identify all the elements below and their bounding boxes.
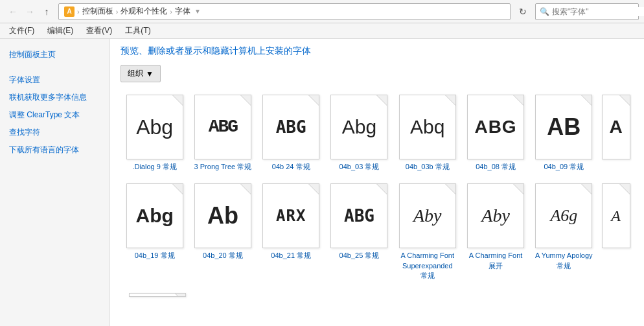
font-card-04b-partial: A [602, 95, 630, 159]
font-name-04b24: 04b 24 常规 [272, 162, 310, 172]
path-sep-3: › [170, 8, 172, 16]
font-card-04b19: Abg [126, 183, 183, 248]
font-preview-04b24: ABG [276, 119, 306, 135]
refresh-button[interactable]: ↻ [514, 3, 531, 20]
font-name-dialog9: .Dialog 9 常规 [132, 162, 176, 172]
font-card-3prongtree: ABG [194, 95, 251, 159]
font-card-04b03b: Abq [399, 95, 456, 159]
font-item-partial-2[interactable]: A [599, 180, 632, 284]
font-item-charming-expanded[interactable]: Aby A Charming Font 展开 [463, 180, 528, 284]
font-grid-row-2: Abg 04b_19 常规 Ab 04b_20 常规 ARX 04b_21 常规 [121, 179, 634, 285]
font-card-yummy-apology: A6g [535, 183, 592, 248]
path-icon: A [64, 6, 75, 17]
nav-buttons: ← → ↑ [5, 4, 54, 19]
content-title: 预览、删除或者显示和隐藏计算机上安装的字体 [121, 45, 634, 57]
font-name-04b20: 04b_20 常规 [203, 251, 243, 261]
path-dropdown-arrow[interactable]: ▼ [194, 8, 201, 15]
menu-file[interactable]: 文件(F) [3, 23, 41, 38]
font-card-charming-superexpanded: Aby [399, 183, 456, 248]
font-name-yummy-apology: A Yummy Apology 常规 [535, 251, 593, 271]
font-item-04b24[interactable]: ABG 04b 24 常规 [259, 91, 324, 175]
sidebar-link-settings[interactable]: 字体设置 [5, 72, 104, 88]
search-icon: 🔍 [540, 7, 549, 16]
font-item-row3-1[interactable] [122, 290, 193, 303]
font-name-04b21: 04b_21 常规 [271, 251, 311, 261]
font-card-04b21: ARX [262, 183, 319, 248]
path-sep-1: › [77, 8, 80, 16]
font-item-charming-superexpanded[interactable]: Aby A Charming Font Superexpanded 常规 [395, 180, 460, 284]
font-name-charming-expanded: A Charming Font 展开 [466, 251, 525, 271]
font-item-04b03b[interactable]: Abq 04b_03b 常规 [395, 91, 460, 175]
font-card-04b09: AB [535, 95, 592, 159]
font-item-04b25[interactable]: ABG 04b_25 常规 [327, 180, 392, 284]
font-preview-04b-partial: A [609, 118, 622, 136]
path-item-2[interactable]: 外观和个性化 [121, 6, 167, 17]
menu-tools[interactable]: 工具(T) [119, 23, 157, 38]
font-preview-04b09: AB [547, 115, 581, 139]
font-name-charming-superexpanded: A Charming Font Superexpanded 常规 [398, 251, 457, 281]
font-name-04b03: 04b_03 常规 [339, 162, 380, 172]
menu-bar: 文件(F) 编辑(E) 查看(V) 工具(T) [0, 23, 644, 39]
font-grid-row-3 [121, 288, 634, 304]
font-name-04b08: 04b_08 常规 [476, 162, 516, 172]
font-name-3prongtree: 3 Prong Tree 常规 [194, 162, 252, 172]
font-item-04b08[interactable]: ABG 04b_08 常规 [463, 91, 528, 175]
font-preview-04b21: ARX [276, 208, 306, 224]
toolbar: 组织 ▼ [121, 65, 634, 82]
sidebar-link-home[interactable]: 控制面板主页 [5, 47, 104, 63]
font-item-04b19[interactable]: Abg 04b_19 常规 [122, 180, 187, 284]
font-item-04b21[interactable]: ARX 04b_21 常规 [259, 180, 324, 284]
sidebar: 控制面板主页 字体设置 联机获取更多字体信息 调整 ClearType 文本 查… [0, 39, 110, 326]
font-name-04b19: 04b_19 常规 [135, 251, 175, 261]
font-preview-dialog9: Abg [136, 117, 173, 137]
font-card-dialog9: Abg [126, 95, 183, 159]
font-grid-row-1: Abg .Dialog 9 常规 ABG 3 Prong Tree 常规 ABG… [121, 90, 634, 176]
font-item-dialog9[interactable]: Abg .Dialog 9 常规 [122, 91, 187, 175]
font-preview-04b03: Abg [342, 117, 376, 137]
font-item-yummy-apology[interactable]: A6g A Yummy Apology 常规 [531, 180, 597, 284]
sidebar-link-cleartype[interactable]: 调整 ClearType 文本 [5, 107, 104, 123]
address-bar: ← → ↑ A › 控制面板 › 外观和个性化 › 字体 ▼ ↻ 🔍 [0, 0, 644, 23]
font-preview-04b20: Ab [207, 204, 238, 227]
font-preview-04b19: Abg [135, 206, 173, 226]
organize-chevron-icon: ▼ [146, 69, 154, 78]
font-item-04b09[interactable]: AB 04b_09 常规 [531, 91, 597, 175]
menu-view[interactable]: 查看(V) [80, 23, 119, 38]
organize-button[interactable]: 组织 ▼ [121, 65, 161, 82]
path-sep-2: › [116, 8, 119, 16]
search-input[interactable] [552, 7, 644, 16]
font-item-3prongtree[interactable]: ABG 3 Prong Tree 常规 [190, 91, 255, 175]
content-area: 预览、删除或者显示和隐藏计算机上安装的字体 组织 ▼ Abg .Dialog 9… [110, 39, 644, 326]
organize-label: 组织 [128, 68, 143, 79]
font-item-04b03[interactable]: Abg 04b_03 常规 [327, 91, 392, 175]
font-item-04b20[interactable]: Ab 04b_20 常规 [190, 180, 255, 284]
font-card-04b08: ABG [467, 95, 524, 159]
path-item-3[interactable]: 字体 [175, 6, 190, 17]
font-item-04b-partial[interactable]: A [599, 91, 632, 175]
path-item-1[interactable]: 控制面板 [82, 6, 113, 17]
font-card-partial-2: A [602, 183, 630, 248]
font-preview-yummy-apology: A6g [550, 207, 577, 224]
sidebar-link-find-char[interactable]: 查找字符 [5, 124, 104, 141]
font-preview-charming-expanded: Aby [481, 207, 510, 225]
menu-edit[interactable]: 编辑(E) [41, 23, 80, 38]
back-button[interactable]: ← [5, 4, 21, 19]
font-preview-partial-2: A [611, 208, 621, 224]
forward-button[interactable]: → [22, 4, 38, 19]
font-card-04b25: ABG [330, 183, 387, 248]
font-preview-04b25: ABG [344, 207, 374, 224]
font-name-04b09: 04b_09 常规 [544, 162, 584, 172]
font-preview-charming-superexpanded: Aby [413, 207, 442, 225]
font-card-04b24: ABG [262, 95, 319, 159]
sidebar-link-online[interactable]: 联机获取更多字体信息 [5, 89, 104, 106]
font-name-04b25: 04b_25 常规 [339, 251, 380, 261]
sidebar-link-download[interactable]: 下载所有语言的字体 [5, 142, 104, 158]
main-layout: 控制面板主页 字体设置 联机获取更多字体信息 调整 ClearType 文本 查… [0, 39, 644, 326]
font-preview-3prongtree: ABG [209, 118, 237, 136]
font-card-charming-expanded: Aby [467, 183, 524, 248]
up-button[interactable]: ↑ [39, 4, 54, 19]
address-path: A › 控制面板 › 外观和个性化 › 字体 ▼ [58, 3, 511, 20]
font-card-row3-1 [129, 293, 186, 297]
search-box: 🔍 [535, 3, 639, 20]
font-preview-04b08: ABG [474, 118, 516, 136]
